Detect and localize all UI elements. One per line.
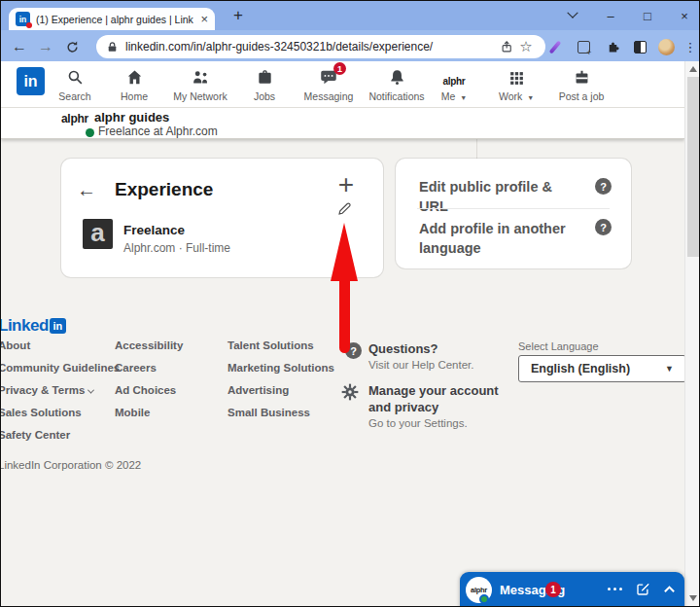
chevron-up-icon[interactable]	[663, 584, 676, 594]
gear-icon	[340, 382, 360, 402]
home-icon	[125, 67, 144, 87]
experience-title: Experience	[115, 179, 213, 200]
linkedin-navbar: in Search Home My Network Jobs	[1, 61, 684, 108]
experience-meta: Alphr.com · Full-time	[123, 241, 230, 255]
footer-link[interactable]: Careers	[115, 362, 183, 384]
compose-message-icon[interactable]	[636, 582, 650, 596]
work-grid-icon	[508, 67, 525, 87]
profile-avatar: alphr	[61, 112, 88, 125]
window-minimize-button[interactable]: –	[598, 3, 623, 28]
footer-link[interactable]: Safety Center	[0, 429, 120, 451]
footer-column-3: Talent Solutions Marketing Solutions Adv…	[228, 339, 334, 429]
share-icon[interactable]	[497, 37, 516, 56]
back-button[interactable]: ←	[9, 36, 30, 57]
add-profile-language-link[interactable]: Add profile in another language	[419, 219, 575, 258]
annotation-arrow-tail	[339, 276, 350, 353]
nav-item-post-a-job[interactable]: Post a job	[544, 67, 618, 102]
copyright-text: LinkedIn Corporation © 2022	[0, 459, 141, 471]
footer-link[interactable]: Sales Solutions	[0, 407, 120, 429]
messaging-badge: 1	[545, 582, 561, 597]
page-scrollbar[interactable]	[684, 61, 700, 607]
my-network-icon	[191, 67, 210, 87]
footer-link[interactable]: Small Business	[228, 407, 334, 429]
pen-extension-icon[interactable]	[545, 37, 565, 56]
footer-link[interactable]: Ad Choices	[115, 384, 183, 407]
chevron-down-icon	[88, 387, 94, 394]
messaging-more-icon[interactable]	[608, 588, 622, 590]
browser-profile-avatar[interactable]	[656, 37, 676, 56]
bookmark-star-icon[interactable]: ☆	[516, 37, 536, 56]
profile-mini-header: alphr alphr guides Freelance at Alphr.co…	[1, 108, 684, 139]
reload-icon	[65, 40, 80, 54]
footer-link[interactable]: Marketing Solutions	[228, 362, 334, 384]
screenshot-extension-icon[interactable]	[574, 37, 593, 56]
chevron-down-icon: ▼	[665, 364, 674, 374]
profile-options-card: Edit public profile & URL ? Add profile …	[396, 159, 631, 268]
language-label: Select Language	[518, 340, 599, 352]
window-close-button[interactable]: ×	[672, 3, 697, 28]
annotation-arrow-head	[331, 223, 358, 281]
messaging-badge: 1	[333, 62, 346, 75]
scrollbar-thumb[interactable]	[687, 77, 700, 257]
address-bar[interactable]: linkedin.com/in/alphr-guides-32450321b/d…	[96, 35, 545, 58]
browser-titlebar: in (1) Experience | alphr guides | Link …	[1, 1, 699, 30]
profile-name: alphr guides	[94, 110, 169, 125]
nav-item-messaging[interactable]: 1 Messaging	[292, 67, 366, 102]
language-select[interactable]: English (English) ▼	[518, 355, 686, 382]
new-tab-button[interactable]: +	[228, 5, 249, 26]
edit-pencil-icon[interactable]	[336, 200, 353, 217]
darkmode-extension-icon[interactable]	[630, 37, 649, 56]
footer-linkedin-logo: Linked in	[0, 316, 66, 336]
help-center-link[interactable]: Visit our Help Center.	[368, 359, 473, 371]
search-icon	[66, 67, 85, 87]
chevron-down-icon: ▼	[460, 94, 467, 101]
url-text: linkedin.com/in/alphr-guides-32450321b/d…	[125, 40, 497, 54]
divider	[417, 208, 610, 209]
messaging-icon: 1	[319, 67, 338, 87]
notifications-bell-icon	[388, 67, 406, 87]
post-a-job-icon	[573, 67, 591, 87]
browser-window: in (1) Experience | alphr guides | Link …	[0, 0, 700, 607]
scroll-down-arrow-icon[interactable]	[689, 595, 697, 601]
footer-link[interactable]: Community Guidelines	[0, 362, 120, 384]
footer-manage-account: Manage your account and privacy Go to yo…	[368, 382, 519, 429]
help-icon[interactable]: ?	[595, 219, 612, 235]
jobs-briefcase-icon	[256, 67, 274, 87]
footer-link[interactable]: Talent Solutions	[228, 339, 334, 362]
window-maximize-button[interactable]: □	[635, 3, 660, 28]
settings-link[interactable]: Go to your Settings.	[368, 417, 519, 429]
footer-questions: Questions? Visit our Help Center.	[368, 340, 473, 371]
footer-link[interactable]: About	[0, 339, 120, 362]
presence-dot-icon	[86, 128, 94, 137]
tab-close-icon[interactable]: ×	[196, 13, 208, 25]
footer-link[interactable]: Mobile	[115, 407, 183, 429]
nav-item-work[interactable]: Work ▼	[479, 67, 553, 102]
presence-dot-icon	[479, 594, 489, 604]
footer-link[interactable]: Accessibility	[115, 339, 183, 362]
nav-item-jobs[interactable]: Jobs	[228, 67, 301, 102]
reload-button[interactable]	[61, 36, 83, 57]
extensions-puzzle-icon[interactable]	[603, 37, 622, 56]
messaging-panel[interactable]: alphr Messaging 1	[460, 572, 684, 607]
scroll-up-arrow-icon[interactable]	[689, 66, 697, 72]
browser-tab[interactable]: in (1) Experience | alphr guides | Link …	[9, 8, 215, 30]
footer-column-1: About Community Guidelines Privacy & Ter…	[0, 339, 120, 451]
footer-column-2: Accessibility Careers Ad Choices Mobile	[115, 339, 183, 429]
browser-menu-icon[interactable]: ⋮	[681, 37, 700, 56]
nav-item-home[interactable]: Home	[97, 67, 171, 102]
forward-button[interactable]: →	[35, 36, 56, 57]
edit-public-profile-link[interactable]: Edit public profile & URL	[419, 177, 584, 216]
footer-link[interactable]: Advertising	[228, 384, 334, 407]
profile-status: Freelance at Alphr.com	[98, 125, 218, 138]
company-logo: a	[83, 219, 113, 249]
me-avatar: alphr	[443, 67, 466, 87]
help-icon[interactable]: ?	[595, 178, 612, 195]
footer-link[interactable]: Privacy & Terms	[0, 384, 120, 407]
experience-role: Freelance	[123, 223, 185, 237]
window-menu-chevron-icon[interactable]	[560, 3, 585, 28]
nav-item-my-network[interactable]: My Network	[163, 67, 237, 102]
notification-dot-icon	[26, 22, 32, 28]
back-arrow-icon[interactable]: ←	[77, 180, 96, 199]
tab-title: (1) Experience | alphr guides | Link	[36, 14, 196, 25]
add-experience-button[interactable]: +	[338, 171, 354, 198]
